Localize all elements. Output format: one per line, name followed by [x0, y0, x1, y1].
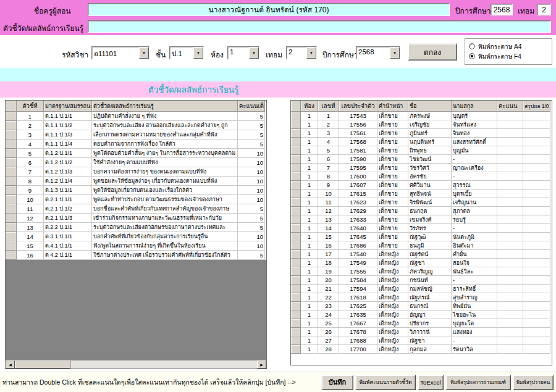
- cell-last[interactable]: สุภาดล: [452, 207, 497, 215]
- cell-last[interactable]: สอนใจ: [452, 259, 497, 267]
- cell-desc[interactable]: พูดให้ข้อมูลเกี่ยวกับตนเองและเรื่องใกล้ต…: [92, 186, 238, 195]
- teacher-name-field[interactable]: นางสาวณัฐกานต์ อินทรัตน์ (รหัส 170): [88, 3, 450, 16]
- radio-unchecked-icon[interactable]: [469, 43, 475, 49]
- cell-result[interactable]: [523, 120, 550, 129]
- cell-score[interactable]: [497, 276, 523, 285]
- row-header-stub[interactable]: [291, 345, 301, 354]
- cell-last[interactable]: บุญยะโต: [452, 319, 497, 328]
- cell-no[interactable]: 5: [318, 146, 339, 155]
- cell-num[interactable]: 10: [17, 195, 44, 204]
- chevron-down-icon[interactable]: ▼: [193, 47, 203, 59]
- cell-no[interactable]: 20: [318, 276, 339, 285]
- cell-last[interactable]: ธาระสิทธิ์: [452, 285, 497, 293]
- cell-last[interactable]: จินทอง: [452, 129, 497, 138]
- cell-last[interactable]: ทิพย์มั่น: [452, 302, 497, 311]
- cell-no[interactable]: 22: [318, 293, 339, 302]
- cell-desc[interactable]: ตอบคำถามจากการฟังเรื่อง ใกล้ตัว: [92, 140, 238, 149]
- cell-id[interactable]: 17543: [339, 112, 377, 120]
- cell-score[interactable]: [497, 311, 523, 319]
- row-header-stub[interactable]: [291, 311, 301, 319]
- cell-score[interactable]: 10: [238, 241, 265, 251]
- table-row[interactable]: 4ต.1.1 ป.1/4ตอบคำถามจากการฟังเรื่อง ใกล้…: [6, 140, 266, 149]
- cell-score[interactable]: [497, 146, 523, 155]
- cell-score[interactable]: 10: [238, 149, 265, 158]
- row-header-stub[interactable]: [291, 146, 301, 155]
- term-combo[interactable]: 2 ▼: [286, 46, 317, 59]
- cell-std[interactable]: ต.3.1 ป.1/1: [44, 232, 92, 241]
- cell-title[interactable]: เด็กชาย: [377, 241, 408, 250]
- cell-title[interactable]: เด็กชาย: [377, 120, 408, 129]
- cell-title[interactable]: เด็กหญิง: [377, 285, 408, 293]
- cell-result[interactable]: [523, 302, 550, 311]
- row-header-stub[interactable]: [6, 177, 17, 186]
- cell-num[interactable]: 13: [17, 223, 44, 232]
- cell-num[interactable]: 4: [17, 140, 44, 149]
- table-row[interactable]: 11617686เด็กชายธนภูมิอินต๊ะมา: [291, 241, 552, 250]
- cell-id[interactable]: 17607: [339, 181, 377, 190]
- cell-room[interactable]: 1: [301, 233, 318, 241]
- cell-score[interactable]: [497, 293, 523, 302]
- table-row[interactable]: 15ต.4.1 ป.1/1ฟัง/พูดในสถานการณ์ง่ายๆ ที่…: [6, 241, 266, 251]
- chevron-down-icon[interactable]: ▼: [390, 47, 400, 59]
- table-row[interactable]: 12017584เด็กหญิงกชนันท์-: [291, 276, 552, 285]
- cell-num[interactable]: 15: [17, 241, 44, 251]
- cell-score[interactable]: [497, 267, 523, 276]
- cell-score[interactable]: 10: [238, 158, 265, 167]
- cell-first[interactable]: วัชรวิศว์: [408, 164, 452, 172]
- cell-desc[interactable]: ฟัง/พูดในสถานการณ์ง่ายๆ ที่เกิดขึ้นในห้อ…: [92, 241, 238, 251]
- cell-result[interactable]: [523, 336, 550, 345]
- table-row[interactable]: 1817600เด็กชายอัครชัย-: [291, 172, 552, 181]
- cell-last[interactable]: แสงสรทวีศักดิ์: [452, 138, 497, 146]
- cell-score[interactable]: [497, 336, 523, 345]
- cell-room[interactable]: 1: [301, 190, 318, 198]
- cell-no[interactable]: 11: [318, 198, 339, 207]
- cell-last[interactable]: นันตะภูมิ: [452, 233, 497, 241]
- cell-room[interactable]: 1: [301, 146, 318, 155]
- table-row[interactable]: 2ต.1.1 ป.1/2ระบุตัวอักษรและเสียง อ่านออก…: [6, 121, 266, 130]
- table-row[interactable]: 1217556เด็กชายเจริญชัยจันทร์แสง: [291, 120, 552, 129]
- cell-std[interactable]: ต.1.1 ป.1/4: [44, 140, 92, 149]
- cell-score[interactable]: [497, 250, 523, 259]
- cell-last[interactable]: เจริญนาน: [452, 198, 497, 207]
- cell-room[interactable]: 1: [301, 215, 318, 224]
- cell-last[interactable]: -: [452, 276, 497, 285]
- cell-title[interactable]: เด็กชาย: [377, 207, 408, 215]
- cell-id[interactable]: 17549: [339, 259, 377, 267]
- cell-room[interactable]: 1: [301, 172, 318, 181]
- cell-last[interactable]: ไชยอะโน: [452, 311, 497, 319]
- cell-id[interactable]: 17581: [339, 146, 377, 155]
- print-scores-by-indicator-button[interactable]: พิมพ์คะแนนรายตัวชี้วัด: [355, 375, 416, 390]
- cell-score[interactable]: [497, 345, 523, 354]
- cell-std[interactable]: ต.1.1 ป.1/2: [44, 121, 92, 130]
- row-header-stub[interactable]: [6, 121, 17, 130]
- cell-first[interactable]: ธนกรณ์: [408, 302, 452, 311]
- cell-title[interactable]: เด็กหญิง: [377, 302, 408, 311]
- cell-result[interactable]: [523, 129, 550, 138]
- cell-num[interactable]: 2: [17, 121, 44, 130]
- chevron-down-icon[interactable]: ▼: [249, 47, 259, 59]
- cell-score[interactable]: [497, 328, 523, 336]
- cell-score[interactable]: [497, 138, 523, 146]
- row-header-stub[interactable]: [291, 285, 301, 293]
- cell-first[interactable]: ภูมินทร์: [408, 129, 452, 138]
- row-header-stub[interactable]: [291, 293, 301, 302]
- row-header-stub[interactable]: [291, 267, 301, 276]
- cell-score[interactable]: 5: [238, 214, 265, 223]
- cell-score[interactable]: [497, 181, 523, 190]
- cell-no[interactable]: 13: [318, 215, 339, 224]
- cell-first[interactable]: ศศิวิมาน: [408, 181, 452, 190]
- cell-id[interactable]: 17633: [339, 215, 377, 224]
- cell-score[interactable]: 5: [238, 223, 265, 232]
- radio-paper-f4[interactable]: พิมพ์กระดาษ F4: [469, 51, 548, 61]
- cell-no[interactable]: 4: [318, 138, 339, 146]
- table-row[interactable]: 1ต.1.1 ป.1/1ปฏิบัติตามคำสั่งง่าย ๆ ที่ฟั…: [6, 112, 266, 121]
- cell-score[interactable]: [497, 112, 523, 120]
- cell-score[interactable]: 5: [238, 121, 265, 130]
- cell-std[interactable]: ต.2.1 ป.1/2: [44, 204, 92, 214]
- cell-first[interactable]: ภัครพงษ์: [408, 112, 452, 120]
- cell-desc[interactable]: ปฏิบัติตามคำสั่งง่าย ๆ ที่ฟัง: [92, 112, 238, 121]
- cell-title[interactable]: เด็กชาย: [377, 129, 408, 138]
- indicator-field[interactable]: [88, 20, 551, 33]
- row-header-stub[interactable]: [6, 195, 17, 204]
- table-row[interactable]: 11717540เด็กหญิงณัฐรัตน์คำฝั้น: [291, 250, 552, 259]
